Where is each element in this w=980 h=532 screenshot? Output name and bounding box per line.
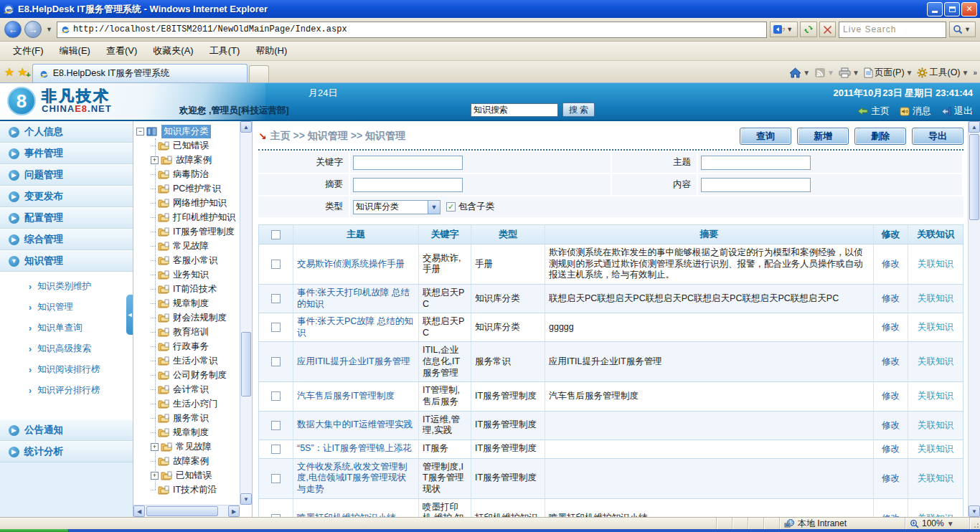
tree-item-label[interactable]: 规章制度 (173, 427, 209, 439)
minimize-button[interactable] (927, 2, 943, 16)
tree-scroll-thumb[interactable] (241, 332, 251, 396)
refresh-button[interactable] (800, 22, 817, 37)
related-link[interactable]: 关联知识 (918, 513, 953, 517)
tree-item-label[interactable]: 行政事务 (173, 341, 209, 353)
menu-item-0[interactable]: 文件(F) (6, 42, 51, 60)
zoom-dropdown-icon[interactable]: ▼ (947, 520, 954, 528)
knowledge-search-input[interactable] (471, 103, 558, 117)
sidebar-subitem-知识阅读排行榜[interactable]: ›知识阅读排行榜 (0, 359, 133, 380)
related-link[interactable]: 关联知识 (918, 472, 953, 485)
subject-link[interactable]: 交易欺诈侦测系统操作手册 (297, 259, 405, 270)
scroll-right-icon[interactable]: ▶ (228, 505, 240, 517)
tree-item-label[interactable]: 故障案例 (176, 154, 212, 166)
active-tab[interactable]: E8.HelpDesk IT服务管理系统 (32, 64, 248, 82)
select-all-checkbox[interactable]: ✓ (271, 230, 281, 239)
tree-item-label[interactable]: 故障案例 (173, 455, 209, 467)
select-dropdown-icon[interactable]: ▼ (428, 201, 440, 214)
sidebar-subitem-知识单查询[interactable]: ›知识单查询 (0, 318, 133, 338)
restore-button[interactable] (944, 2, 960, 16)
tree-item-label[interactable]: 服务常识 (173, 412, 209, 424)
include-sub-checkbox[interactable]: ✓ (446, 202, 456, 212)
content-scroll-down-icon[interactable]: ▼ (969, 505, 980, 517)
header-link-退出[interactable]: 退出 (941, 105, 973, 118)
subject-link[interactable]: 汽车售后服务IT管理制度 (297, 391, 395, 402)
tree-item-规章制度[interactable]: 规章制度 (136, 425, 240, 440)
action-button-导出[interactable]: 导出 (912, 128, 963, 145)
tree-item-公司财务制度[interactable]: 公司财务制度 (136, 368, 240, 382)
close-button[interactable]: ✕ (961, 2, 977, 16)
tree-item-label[interactable]: 已知错误 (173, 140, 209, 152)
search-provider-button[interactable]: ? ▼ (770, 22, 798, 37)
subject-link[interactable]: 事件:张天天PC故障 总结的知识 (297, 316, 415, 338)
tree-item-客服小常识[interactable]: 客服小常识 (136, 253, 240, 267)
modify-link[interactable]: 修改 (882, 443, 900, 455)
expand-plus-icon[interactable]: + (151, 443, 159, 451)
header-summary[interactable]: 摘要 (545, 225, 874, 244)
knowledge-search-button[interactable]: 搜 索 (562, 103, 595, 117)
tree-vertical-scrollbar[interactable]: ▲ ▼ (240, 121, 252, 505)
tree-item-IT技术前沿[interactable]: IT技术前沿 (136, 483, 240, 497)
tree-item-规章制度[interactable]: 规章制度 (136, 296, 240, 310)
keyword-input[interactable] (353, 156, 463, 170)
tree-item-label[interactable]: 病毒防治 (173, 168, 209, 181)
tree-item-label[interactable]: 常见故障 (173, 240, 209, 252)
content-scroll-thumb[interactable] (969, 134, 979, 220)
tree-item-label[interactable]: IT前沿技术 (173, 283, 217, 295)
row-checkbox[interactable] (271, 260, 281, 269)
related-link[interactable]: 关联知识 (918, 258, 953, 270)
sidebar-collapse-handle[interactable]: ◄ (126, 295, 133, 335)
menu-item-4[interactable]: 工具(T) (202, 42, 248, 60)
sidebar-item-个人信息[interactable]: ▶个人信息 (0, 121, 133, 143)
tree-item-生活小窍门[interactable]: 生活小窍门 (136, 396, 240, 411)
tree-item-会计常识[interactable]: 会计常识 (136, 382, 240, 396)
header-keywords[interactable]: 关键字 (419, 225, 471, 244)
sidebar-subitem-知识评分排行榜[interactable]: ›知识评分排行榜 (0, 380, 133, 401)
sidebar-subitem-知识管理[interactable]: ›知识管理 (0, 297, 133, 318)
modify-link[interactable]: 修改 (882, 258, 900, 270)
tree-item-故障案例[interactable]: 故障案例 (136, 454, 240, 468)
tree-item-IT前沿技术[interactable]: IT前沿技术 (136, 282, 240, 296)
expand-plus-icon[interactable]: + (151, 156, 159, 164)
history-dropdown-icon[interactable]: ▼ (44, 26, 54, 33)
row-checkbox[interactable] (271, 514, 281, 517)
stop-button[interactable] (819, 22, 836, 37)
scroll-down-icon[interactable]: ▼ (240, 493, 252, 505)
sidebar-item-配置管理[interactable]: ▶配置管理 (0, 207, 133, 229)
row-checkbox[interactable] (271, 474, 281, 483)
sidebar-item-综合管理[interactable]: ▶综合管理 (0, 229, 133, 250)
sidebar-item-公告通知[interactable]: ▶公告通知 (0, 419, 133, 441)
tree-item-label[interactable]: 打印机维护知识 (173, 212, 236, 224)
tree-item-打印机维护知识[interactable]: 打印机维护知识 (136, 210, 240, 224)
subject-link[interactable]: 应用ITIL提升企业IT服务管理 (297, 356, 410, 368)
tree-item-已知错误[interactable]: 已知错误 (136, 138, 240, 153)
content-input[interactable] (701, 178, 811, 192)
tree-item-label[interactable]: 网络维护知识 (173, 197, 227, 209)
tree-item-网络维护知识[interactable]: 网络维护知识 (136, 196, 240, 210)
type-select[interactable]: 知识库分类 ▼ (353, 200, 440, 214)
modify-link[interactable]: 修改 (882, 321, 900, 333)
sidebar-subitem-知识高级搜索[interactable]: ›知识高级搜索 (0, 338, 133, 359)
address-input[interactable]: http://localhost/E8ITSM2011/NewOldMainPa… (57, 22, 767, 38)
tree-item-label[interactable]: 教育培训 (173, 326, 209, 338)
tree-hscroll-thumb[interactable] (146, 506, 218, 516)
search-go-button[interactable]: ▼ (949, 22, 976, 37)
summary-input[interactable] (353, 178, 463, 192)
content-scroll-up-icon[interactable]: ▲ (969, 121, 980, 133)
add-favorite-icon[interactable]: ★ (17, 65, 27, 79)
back-button[interactable]: ← (4, 21, 22, 38)
sidebar-item-事件管理[interactable]: ▶事件管理 (0, 143, 133, 164)
new-tab-stub[interactable] (249, 65, 269, 82)
menu-item-1[interactable]: 编辑(E) (52, 42, 98, 60)
tree-item-常见故障[interactable]: +常见故障 (136, 440, 240, 454)
tree-root-label[interactable]: 知识库分类 (161, 125, 211, 138)
menu-item-5[interactable]: 帮助(H) (248, 42, 294, 60)
tree-root-row[interactable]: − 知识库分类 (136, 124, 240, 138)
resize-grip[interactable] (970, 518, 980, 529)
collapse-expander-icon[interactable]: − (136, 128, 144, 136)
action-button-查询[interactable]: 查询 (740, 128, 791, 145)
tree-item-生活小常识[interactable]: 生活小常识 (136, 353, 240, 368)
related-link[interactable]: 关联知识 (918, 443, 953, 455)
page-menu-button[interactable]: 页面(P) ▼ (864, 67, 913, 79)
forward-button[interactable]: → (24, 21, 42, 38)
row-checkbox[interactable] (271, 421, 281, 430)
